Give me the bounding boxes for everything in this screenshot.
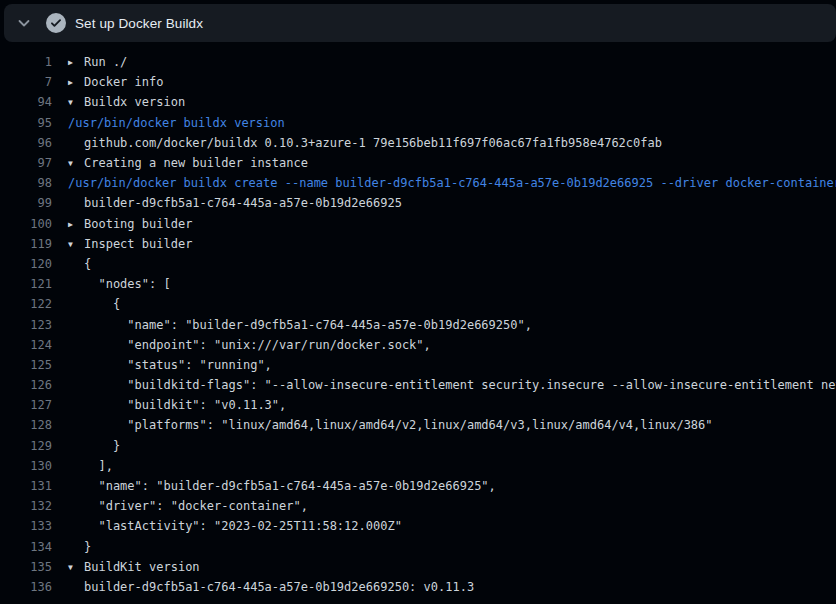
line-text: "name": "builder-d9cfb5a1-c764-445a-a57e… xyxy=(84,318,532,332)
line-number[interactable]: 124 xyxy=(0,338,52,352)
line-content: ▶Docker info xyxy=(68,75,163,89)
line-content: github.com/docker/buildx 0.10.3+azure-1 … xyxy=(68,136,662,150)
line-text: Docker info xyxy=(84,75,163,89)
group-expanded-arrow-icon[interactable]: ▼ xyxy=(68,563,84,572)
line-content: "buildkitd-flags": "--allow-insecure-ent… xyxy=(68,378,836,392)
log-lines: 1 ▶Run ./ 7 ▶Docker info 94 ▼Buildx vers… xyxy=(0,42,836,597)
line-number[interactable]: 121 xyxy=(0,277,52,291)
line-content: "name": "builder-d9cfb5a1-c764-445a-a57e… xyxy=(68,318,532,332)
line-text: } xyxy=(84,540,91,554)
log-line[interactable]: 1 ▶Run ./ xyxy=(0,52,836,72)
group-expanded-arrow-icon[interactable]: ▼ xyxy=(68,159,84,168)
log-line: 98 /usr/bin/docker buildx create --name … xyxy=(0,173,836,193)
log-line: 128 "platforms": "linux/amd64,linux/amd6… xyxy=(0,415,836,435)
log-line[interactable]: 100 ▶Booting builder xyxy=(0,214,836,234)
log-line: 130 ], xyxy=(0,456,836,476)
line-number[interactable]: 129 xyxy=(0,439,52,453)
line-text: Run ./ xyxy=(84,55,127,69)
group-collapsed-arrow-icon[interactable]: ▶ xyxy=(68,78,84,87)
line-content: } xyxy=(68,439,120,453)
log-line[interactable]: 119 ▼Inspect builder xyxy=(0,234,836,254)
line-number[interactable]: 100 xyxy=(0,217,52,231)
line-content: ▼BuildKit version xyxy=(68,560,200,574)
line-text: "driver": "docker-container", xyxy=(84,499,308,513)
line-text: "buildkit": "v0.11.3", xyxy=(84,398,286,412)
line-number[interactable]: 97 xyxy=(0,156,52,170)
line-content: ▼Buildx version xyxy=(68,95,185,109)
line-text: "nodes": [ xyxy=(84,277,171,291)
line-number[interactable]: 131 xyxy=(0,479,52,493)
line-number[interactable]: 94 xyxy=(0,95,52,109)
line-number[interactable]: 134 xyxy=(0,540,52,554)
group-expanded-arrow-icon[interactable]: ▼ xyxy=(68,240,84,249)
group-expanded-arrow-icon[interactable]: ▼ xyxy=(68,98,84,107)
line-number[interactable]: 95 xyxy=(0,116,52,130)
line-content: /usr/bin/docker buildx create --name bui… xyxy=(68,176,836,190)
line-number[interactable]: 132 xyxy=(0,499,52,513)
group-collapsed-arrow-icon[interactable]: ▶ xyxy=(68,58,84,67)
line-content: "endpoint": "unix:///var/run/docker.sock… xyxy=(68,338,431,352)
line-number[interactable]: 125 xyxy=(0,358,52,372)
log-line: 121 "nodes": [ xyxy=(0,274,836,294)
line-content: "name": "builder-d9cfb5a1-c764-445a-a57e… xyxy=(68,479,496,493)
line-content: "driver": "docker-container", xyxy=(68,499,308,513)
log-line: 96 github.com/docker/buildx 0.10.3+azure… xyxy=(0,133,836,153)
line-content: "lastActivity": "2023-02-25T11:58:12.000… xyxy=(68,519,402,533)
line-number[interactable]: 119 xyxy=(0,237,52,251)
line-number[interactable]: 99 xyxy=(0,196,52,210)
line-text: Booting builder xyxy=(84,217,192,231)
group-collapsed-arrow-icon[interactable]: ▶ xyxy=(68,220,84,229)
line-number[interactable]: 96 xyxy=(0,136,52,150)
log-line[interactable]: 135 ▼BuildKit version xyxy=(0,557,836,577)
line-number[interactable]: 127 xyxy=(0,398,52,412)
log-line: 131 "name": "builder-d9cfb5a1-c764-445a-… xyxy=(0,476,836,496)
log-line: 134 } xyxy=(0,537,836,557)
log-line: 127 "buildkit": "v0.11.3", xyxy=(0,395,836,415)
line-text: "buildkitd-flags": "--allow-insecure-ent… xyxy=(84,378,836,392)
line-content: /usr/bin/docker buildx version xyxy=(68,116,285,130)
line-content: "status": "running", xyxy=(68,358,272,372)
log-line[interactable]: 97 ▼Creating a new builder instance xyxy=(0,153,836,173)
line-number[interactable]: 126 xyxy=(0,378,52,392)
line-number[interactable]: 136 xyxy=(0,580,52,594)
line-number[interactable]: 133 xyxy=(0,519,52,533)
line-text: } xyxy=(84,439,120,453)
line-number[interactable]: 130 xyxy=(0,459,52,473)
line-content: { xyxy=(68,257,91,271)
log-line: 124 "endpoint": "unix:///var/run/docker.… xyxy=(0,335,836,355)
line-text: Inspect builder xyxy=(84,237,192,251)
line-text: /usr/bin/docker buildx create --name bui… xyxy=(68,176,836,190)
line-content: ▼Inspect builder xyxy=(68,237,192,251)
line-content: ], xyxy=(68,459,113,473)
line-text: builder-d9cfb5a1-c764-445a-a57e-0b19d2e6… xyxy=(84,196,402,210)
line-number[interactable]: 1 xyxy=(0,55,52,69)
log-line: 125 "status": "running", xyxy=(0,355,836,375)
log-line[interactable]: 7 ▶Docker info xyxy=(0,72,836,92)
log-line: 129 } xyxy=(0,436,836,456)
line-number[interactable]: 135 xyxy=(0,560,52,574)
line-number[interactable]: 128 xyxy=(0,418,52,432)
line-number[interactable]: 120 xyxy=(0,257,52,271)
chevron-down-icon[interactable] xyxy=(16,15,32,31)
line-text: BuildKit version xyxy=(84,560,200,574)
line-number[interactable]: 122 xyxy=(0,297,52,311)
log-line: 120 { xyxy=(0,254,836,274)
line-number[interactable]: 98 xyxy=(0,176,52,190)
step-header[interactable]: Set up Docker Buildx xyxy=(4,4,836,42)
line-number[interactable]: 123 xyxy=(0,318,52,332)
line-text: builder-d9cfb5a1-c764-445a-a57e-0b19d2e6… xyxy=(84,580,474,594)
line-content: "platforms": "linux/amd64,linux/amd64/v2… xyxy=(68,418,713,432)
line-number[interactable]: 7 xyxy=(0,75,52,89)
line-content: ▼Creating a new builder instance xyxy=(68,156,308,170)
line-content: "nodes": [ xyxy=(68,277,171,291)
line-text: "platforms": "linux/amd64,linux/amd64/v2… xyxy=(84,418,713,432)
line-content: } xyxy=(68,540,91,554)
line-text: /usr/bin/docker buildx version xyxy=(68,116,285,130)
line-content: builder-d9cfb5a1-c764-445a-a57e-0b19d2e6… xyxy=(68,580,474,594)
log-line: 99 builder-d9cfb5a1-c764-445a-a57e-0b19d… xyxy=(0,193,836,213)
line-text: ], xyxy=(84,459,113,473)
log-line[interactable]: 94 ▼Buildx version xyxy=(0,92,836,112)
line-text: { xyxy=(84,257,91,271)
line-content: ▶Booting builder xyxy=(68,217,192,231)
log-line: 126 "buildkitd-flags": "--allow-insecure… xyxy=(0,375,836,395)
